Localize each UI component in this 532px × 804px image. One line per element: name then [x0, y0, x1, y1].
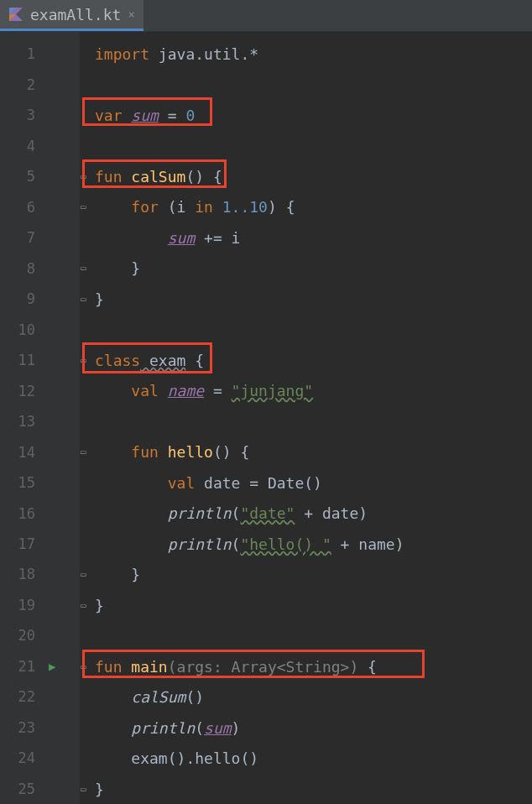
- fold-marker-icon[interactable]: ▭: [81, 568, 86, 581]
- fold-marker-icon[interactable]: ▭: [81, 170, 86, 183]
- fold-marker-icon[interactable]: ▭: [81, 262, 86, 274]
- run-icon[interactable]: ▶: [49, 660, 55, 673]
- line-number: 15: [0, 474, 40, 491]
- code-line[interactable]: [95, 70, 532, 101]
- code-line[interactable]: ▭fun main(args: Array<String>) {: [95, 651, 532, 682]
- gutter: 1 2 3 4 5 6 7 8 9 10 11 12 13 14 15 16 1…: [0, 32, 80, 804]
- line-number: 7: [0, 229, 40, 246]
- fold-marker-icon[interactable]: ▭: [81, 201, 86, 213]
- line-number: 6: [0, 199, 40, 216]
- line-number: 18: [0, 566, 40, 582]
- line-number: 2: [0, 76, 40, 93]
- code-line[interactable]: var sum = 0: [95, 100, 532, 131]
- code-line[interactable]: exam().hello(): [95, 744, 532, 775]
- line-number: 4: [0, 138, 40, 154]
- line-number: 22: [0, 688, 40, 705]
- code-line[interactable]: calSum(): [95, 682, 532, 713]
- line-number: 16: [0, 505, 40, 522]
- code-line[interactable]: ▭ fun hello() {: [95, 437, 532, 468]
- editor: 1 2 3 4 5 6 7 8 9 10 11 12 13 14 15 16 1…: [0, 32, 532, 804]
- code-line[interactable]: println(sum): [95, 713, 532, 744]
- code-area[interactable]: import java.util.* var sum = 0 ▭fun calS…: [80, 32, 532, 804]
- code-line[interactable]: println("date" + date): [95, 499, 532, 530]
- line-number: 13: [0, 413, 40, 430]
- code-line[interactable]: [95, 131, 532, 162]
- line-number: 14: [0, 444, 40, 461]
- code-line[interactable]: println("hello() " + name): [95, 529, 532, 560]
- line-number: 1: [0, 45, 40, 62]
- code-line[interactable]: ▭class exam {: [95, 345, 532, 376]
- line-number: 25: [0, 781, 40, 797]
- fold-marker-icon[interactable]: ▭: [81, 446, 86, 458]
- line-number: 5: [0, 168, 40, 185]
- close-icon[interactable]: ×: [128, 8, 134, 21]
- kotlin-file-icon: [8, 7, 23, 22]
- code-line[interactable]: import java.util.*: [95, 39, 532, 70]
- fold-marker-icon[interactable]: ▭: [81, 660, 86, 673]
- code-line[interactable]: ▭}: [95, 284, 532, 315]
- line-number: 23: [0, 719, 40, 736]
- code-line[interactable]: sum += i: [95, 222, 532, 253]
- fold-marker-icon[interactable]: ▭: [81, 293, 86, 305]
- line-number: 9: [0, 290, 40, 307]
- line-number: 19: [0, 597, 40, 613]
- fold-marker-icon[interactable]: ▭: [81, 599, 86, 612]
- file-tab[interactable]: examAll.kt ×: [0, 0, 143, 31]
- code-line[interactable]: ▭fun calSum() {: [95, 161, 532, 192]
- fold-marker-icon[interactable]: ▭: [81, 354, 86, 367]
- code-line[interactable]: [95, 621, 532, 652]
- code-line[interactable]: ▭}: [95, 774, 532, 804]
- code-line[interactable]: ▭ for (i in 1..10) {: [95, 192, 532, 223]
- line-number: 10: [0, 321, 40, 338]
- code-line[interactable]: val name = "junjang": [95, 376, 532, 407]
- fold-marker-icon[interactable]: ▭: [81, 783, 86, 796]
- tab-filename: examAll.kt: [30, 6, 121, 23]
- code-line[interactable]: ▭ }: [95, 560, 532, 591]
- tab-bar: examAll.kt ×: [0, 0, 532, 32]
- code-line[interactable]: ▭ }: [95, 253, 532, 285]
- line-number: 8: [0, 260, 40, 277]
- line-number: 12: [0, 383, 40, 399]
- line-number: 20: [0, 627, 40, 644]
- line-number: 24: [0, 749, 40, 766]
- line-number: 3: [0, 107, 40, 123]
- line-number: 17: [0, 535, 40, 552]
- code-line[interactable]: [95, 406, 532, 437]
- line-number: 21: [0, 658, 40, 675]
- code-line[interactable]: val date = Date(): [95, 467, 532, 499]
- code-line[interactable]: [95, 315, 532, 346]
- code-line[interactable]: ▭}: [95, 590, 532, 621]
- line-number: 11: [0, 352, 40, 368]
